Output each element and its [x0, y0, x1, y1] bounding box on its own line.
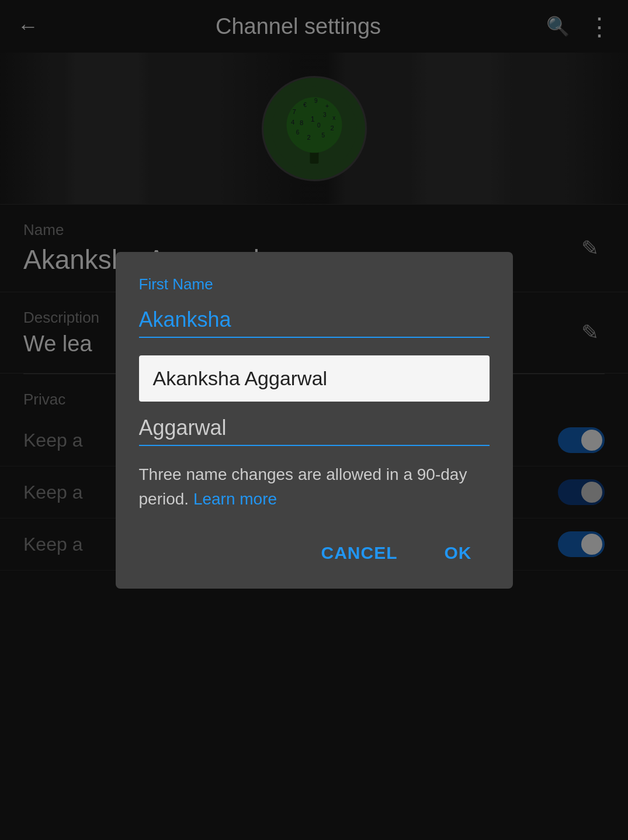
ok-button[interactable]: OK: [427, 535, 490, 571]
first-name-label: First Name: [139, 275, 490, 293]
cancel-button[interactable]: CANCEL: [304, 535, 415, 571]
first-name-input[interactable]: [139, 303, 490, 338]
hint-text: Three name changes are allowed in a 90-d…: [139, 462, 490, 511]
dialog: First Name Akanksha Aggarwal Three name …: [116, 252, 513, 589]
last-name-input[interactable]: [139, 411, 490, 446]
autocomplete-dropdown[interactable]: Akanksha Aggarwal: [139, 355, 490, 402]
dialog-overlay: First Name Akanksha Aggarwal Three name …: [0, 0, 628, 840]
first-name-input-row: [139, 303, 490, 338]
autocomplete-item[interactable]: Akanksha Aggarwal: [153, 367, 328, 389]
dialog-buttons: CANCEL OK: [139, 535, 490, 571]
learn-more-link[interactable]: Learn more: [193, 490, 277, 508]
